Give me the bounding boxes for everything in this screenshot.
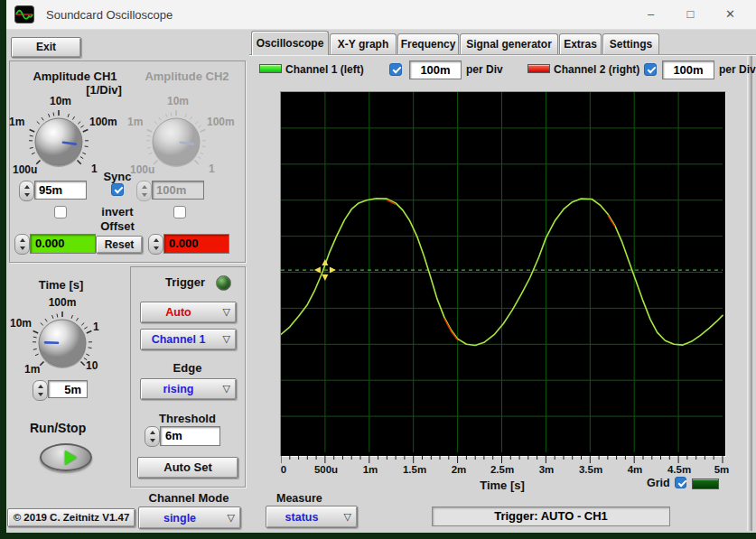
channel-mode-dropdown[interactable]: single ▽: [138, 506, 241, 529]
offset-reset-button[interactable]: Reset: [96, 236, 143, 254]
chevron-down-icon: ▽: [344, 510, 351, 522]
ch2-amplitude-spinner: [136, 181, 152, 201]
app-icon: [14, 5, 34, 23]
x-tick-1: 500u: [306, 464, 346, 475]
time-scale-10: 10: [86, 359, 98, 372]
measure-label: Measure: [276, 492, 322, 505]
x-tick-3: 1.5m: [395, 464, 434, 475]
trigger-mode-dropdown[interactable]: Auto ▽: [140, 302, 237, 323]
grid-color-swatch[interactable]: [692, 479, 719, 489]
grid-checkbox[interactable]: [675, 477, 686, 488]
scope-plot[interactable]: [280, 91, 726, 457]
ch1-scale-100m: 100m: [89, 116, 117, 128]
x-tick-0: 0: [264, 464, 303, 475]
time-title: Time [s]: [27, 278, 95, 292]
exit-button[interactable]: Exit: [11, 37, 81, 58]
x-tick-9: 4.5m: [659, 464, 699, 475]
ch2-scale-1m: 1m: [127, 116, 143, 128]
trigger-title: Trigger: [165, 275, 205, 289]
ch1-amplitude-value[interactable]: 95m: [34, 181, 87, 200]
trigger-source-dropdown[interactable]: Channel 1 ▽: [140, 329, 237, 350]
scope-canvas[interactable]: [281, 92, 723, 454]
x-tick-10: 5m: [702, 464, 742, 475]
ch2-offset-spinner[interactable]: [148, 234, 163, 255]
channel2-label: Channel 2 (right): [554, 63, 639, 76]
threshold-label: Threshold: [145, 412, 230, 425]
chevron-down-icon: ▽: [223, 333, 230, 345]
edge-label: Edge: [145, 361, 230, 375]
minimize-icon[interactable]: –: [630, 0, 671, 29]
amplitude-ch2-title: Amplitude CH2: [132, 70, 242, 83]
tab-xy-graph[interactable]: X-Y graph: [330, 33, 397, 54]
window-title: Soundcard Oscilloscope: [46, 8, 173, 22]
invert-label: invert: [89, 205, 146, 218]
time-scale-10m: 10m: [10, 317, 32, 330]
titlebar: Soundcard Oscilloscope – □ ✕: [6, 0, 756, 30]
x-axis-ticks: [281, 456, 723, 464]
play-icon: [65, 451, 77, 465]
measure-value: status: [266, 506, 337, 527]
time-scale-1: 1: [93, 321, 99, 333]
sync-checkbox[interactable]: [111, 183, 124, 196]
grid-label: Grid: [647, 477, 670, 489]
tab-frequency[interactable]: Frequency: [397, 33, 459, 54]
maximize-icon[interactable]: □: [670, 0, 711, 29]
trigger-edge-dropdown[interactable]: rising ▽: [140, 378, 237, 400]
trigger-source-value: Channel 1: [141, 330, 216, 349]
channel2-perdiv-label: per Div: [719, 63, 756, 76]
time-value[interactable]: 5m: [48, 380, 88, 398]
x-tick-5: 2.5m: [482, 464, 522, 475]
trigger-mode-value: Auto: [141, 302, 216, 322]
ch2-scale-100m: 100m: [207, 116, 235, 128]
chevron-down-icon: ▽: [223, 306, 230, 318]
ch2-invert-checkbox[interactable]: [173, 206, 186, 218]
channel1-label: Channel 1 (left): [285, 63, 364, 76]
auto-set-button[interactable]: Auto Set: [137, 457, 238, 479]
tab-settings[interactable]: Settings: [602, 33, 659, 54]
tab-signal-generator[interactable]: Signal generator: [460, 33, 558, 54]
ch1-amplitude-spinner[interactable]: [19, 181, 34, 201]
ch1-scale-100u: 100u: [13, 163, 37, 176]
tab-page-right-edge: [747, 55, 752, 531]
desktop-backdrop: Soundcard Oscilloscope – □ ✕ Exit Oscill…: [0, 0, 756, 539]
x-tick-6: 3m: [527, 464, 566, 475]
ch1-invert-checkbox[interactable]: [54, 206, 67, 218]
trigger-group: [130, 266, 246, 488]
chevron-down-icon: ▽: [223, 383, 230, 395]
x-tick-4: 2m: [439, 464, 479, 475]
measure-dropdown[interactable]: status ▽: [266, 506, 358, 528]
copyright-button[interactable]: © 2019 C. Zeitnitz V1.47: [7, 508, 135, 527]
channel2-perdiv-value[interactable]: 100m: [662, 60, 714, 79]
run-stop-label: Run/Stop: [30, 421, 86, 435]
threshold-spinner[interactable]: [145, 426, 160, 447]
channel2-enable-checkbox[interactable]: [644, 63, 657, 76]
time-spinner[interactable]: [33, 380, 48, 401]
close-icon[interactable]: ✕: [710, 0, 751, 29]
ch2-scale-10m: 10m: [160, 95, 196, 107]
tab-oscilloscope[interactable]: Oscilloscope: [251, 31, 329, 55]
channel2-color-swatch: [527, 64, 550, 73]
time-scale-100m: 100m: [44, 296, 80, 309]
tab-extras[interactable]: Extras: [559, 33, 602, 54]
chevron-down-icon: ▽: [228, 511, 235, 523]
ch2-offset-value[interactable]: 0.000: [163, 234, 229, 254]
channel1-color-swatch: [259, 64, 282, 73]
ch1-scale-10m: 10m: [42, 95, 79, 107]
channel1-perdiv-value[interactable]: 100m: [409, 60, 462, 79]
x-tick-8: 4m: [615, 464, 655, 475]
threshold-value[interactable]: 6m: [160, 426, 220, 446]
ch1-offset-spinner[interactable]: [14, 234, 30, 255]
ch1-offset-value[interactable]: 0.000: [30, 234, 96, 254]
ch2-scale-1: 1: [209, 163, 215, 175]
sync-label: Sync: [98, 170, 137, 183]
channel1-perdiv-label: per Div: [466, 63, 503, 76]
time-scale-1m: 1m: [24, 363, 40, 376]
ch1-scale-1: 1: [91, 163, 98, 175]
run-stop-button[interactable]: [40, 443, 92, 471]
trigger-status-box: Trigger: AUTO - CH1: [432, 506, 670, 526]
ch1-scale-1m: 1m: [9, 116, 24, 128]
channel-mode-value: single: [139, 507, 220, 528]
x-tick-7: 3.5m: [571, 464, 611, 475]
x-tick-2: 1m: [350, 464, 390, 475]
channel1-enable-checkbox[interactable]: [389, 63, 402, 76]
